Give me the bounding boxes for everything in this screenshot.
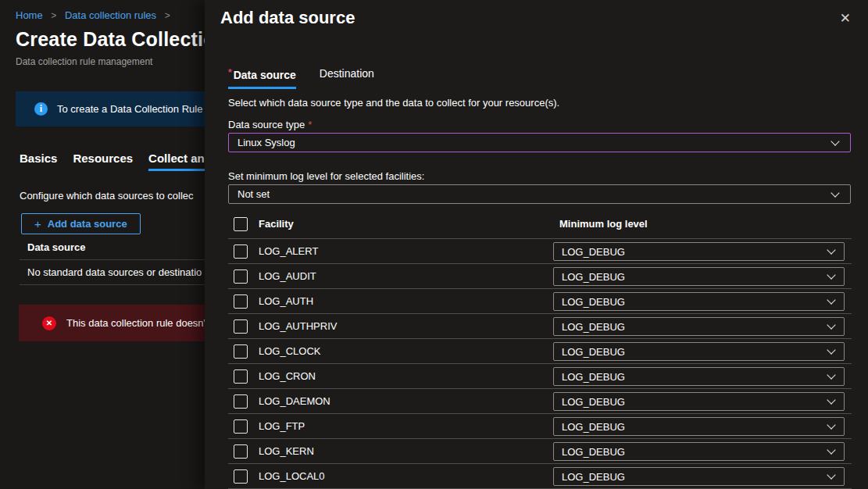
chevron-down-icon bbox=[827, 445, 835, 454]
required-asterisk: * bbox=[308, 119, 312, 130]
data-source-type-label: Data source type* bbox=[228, 119, 312, 130]
facility-level-select[interactable]: LOG_DEBUG bbox=[553, 342, 845, 361]
facility-level-value: LOG_DEBUG bbox=[562, 371, 625, 383]
chevron-down-icon bbox=[830, 188, 839, 197]
facility-level-value: LOG_DEBUG bbox=[562, 396, 625, 408]
facility-row: LOG_CLOCK LOG_DEBUG bbox=[228, 339, 852, 364]
add-data-source-button-label: Add data source bbox=[48, 218, 127, 230]
info-icon: i bbox=[34, 102, 48, 116]
facility-checkbox[interactable] bbox=[234, 394, 248, 409]
chevron-down-icon bbox=[827, 395, 835, 404]
facility-row: LOG_DAEMON LOG_DEBUG bbox=[228, 389, 852, 414]
chevron-down-icon bbox=[827, 345, 835, 354]
chevron-down-icon bbox=[827, 245, 835, 254]
configure-instruction: Configure which data sources to collec bbox=[20, 190, 194, 202]
facility-checkbox[interactable] bbox=[234, 344, 248, 359]
plus-icon: + bbox=[34, 217, 41, 230]
facility-level-value: LOG_DEBUG bbox=[562, 471, 625, 483]
facility-label: LOG_CLOCK bbox=[259, 345, 320, 357]
breadcrumb-separator-icon: > bbox=[51, 10, 56, 21]
breadcrumb-rules-link[interactable]: Data collection rules bbox=[65, 9, 156, 21]
facility-label: LOG_DAEMON bbox=[259, 395, 330, 407]
facility-level-value: LOG_DEBUG bbox=[562, 271, 625, 283]
facility-level-value: LOG_DEBUG bbox=[562, 346, 625, 358]
add-data-source-panel: Add data source ✕ *Data source Destinati… bbox=[205, 0, 868, 489]
column-header-min-log-level: Minimum log level bbox=[559, 218, 648, 230]
facility-row: LOG_FTP LOG_DEBUG bbox=[228, 414, 852, 439]
min-log-level-label: Set minimum log level for selected facil… bbox=[228, 170, 424, 182]
facility-level-select[interactable]: LOG_DEBUG bbox=[553, 417, 845, 436]
data-source-type-value: Linux Syslog bbox=[238, 137, 295, 148]
close-icon[interactable]: ✕ bbox=[840, 12, 851, 25]
facility-level-select[interactable]: LOG_DEBUG bbox=[553, 442, 845, 461]
chevron-down-icon bbox=[827, 295, 835, 304]
facility-checkbox[interactable] bbox=[234, 369, 248, 384]
facility-checkbox[interactable] bbox=[234, 444, 248, 459]
facility-level-value: LOG_DEBUG bbox=[562, 421, 625, 433]
facility-row: LOG_ALERT LOG_DEBUG bbox=[228, 239, 852, 264]
facility-level-select[interactable]: LOG_DEBUG bbox=[553, 367, 845, 386]
data-source-type-select[interactable]: Linux Syslog bbox=[228, 133, 851, 152]
min-log-level-value: Not set bbox=[238, 188, 270, 200]
facility-checkbox[interactable] bbox=[234, 244, 248, 259]
page-subtitle: Data collection rule management bbox=[16, 56, 152, 67]
tab-data-source[interactable]: *Data source bbox=[228, 67, 296, 89]
facility-label: LOG_KERN bbox=[259, 445, 314, 457]
facility-level-value: LOG_DEBUG bbox=[562, 321, 625, 333]
facility-level-select[interactable]: LOG_DEBUG bbox=[553, 467, 845, 486]
tab-destination[interactable]: Destination bbox=[320, 67, 374, 89]
tab-basics[interactable]: Basics bbox=[20, 152, 57, 171]
facility-level-select[interactable]: LOG_DEBUG bbox=[553, 242, 845, 261]
facility-label: LOG_ALERT bbox=[259, 245, 318, 257]
panel-title: Add data source bbox=[220, 8, 355, 28]
chevron-down-icon bbox=[830, 137, 839, 145]
facility-checkbox[interactable] bbox=[234, 294, 248, 309]
facility-row: LOG_LOCAL0 LOG_DEBUG bbox=[228, 464, 852, 489]
facility-level-select[interactable]: LOG_DEBUG bbox=[553, 392, 845, 411]
select-all-checkbox[interactable] bbox=[234, 217, 248, 231]
facility-row: LOG_CRON LOG_DEBUG bbox=[228, 364, 852, 389]
empty-list-message: No standard data sources or destinatio bbox=[27, 266, 202, 278]
facility-label: LOG_LOCAL0 bbox=[259, 470, 325, 482]
breadcrumb-separator-icon: > bbox=[165, 10, 170, 21]
panel-description: Select which data source type and the da… bbox=[228, 97, 559, 109]
facility-level-value: LOG_DEBUG bbox=[562, 246, 625, 258]
chevron-down-icon bbox=[827, 420, 835, 429]
chevron-down-icon bbox=[827, 320, 835, 329]
chevron-down-icon bbox=[827, 470, 835, 479]
facility-label: LOG_FTP bbox=[259, 420, 305, 432]
facility-label: LOG_AUDIT bbox=[259, 270, 316, 282]
facility-level-value: LOG_DEBUG bbox=[562, 296, 625, 308]
panel-tabs: *Data source Destination bbox=[228, 67, 374, 89]
facility-row: LOG_AUTHPRIV LOG_DEBUG bbox=[228, 314, 852, 339]
tab-resources[interactable]: Resources bbox=[73, 152, 133, 171]
chevron-down-icon bbox=[827, 270, 835, 279]
data-source-type-label-text: Data source type bbox=[228, 119, 305, 130]
facility-label: LOG_CRON bbox=[259, 370, 316, 382]
facility-label: LOG_AUTHPRIV bbox=[259, 320, 337, 332]
facility-row: LOG_AUTH LOG_DEBUG bbox=[228, 289, 852, 314]
facility-row: LOG_KERN LOG_DEBUG bbox=[228, 439, 852, 464]
breadcrumb-home-link[interactable]: Home bbox=[16, 9, 43, 21]
facility-row: LOG_AUDIT LOG_DEBUG bbox=[228, 264, 852, 289]
facility-rows: LOG_ALERT LOG_DEBUG LOG_AUDIT LOG_DEBUG … bbox=[228, 239, 852, 489]
facility-level-value: LOG_DEBUG bbox=[562, 446, 625, 458]
facility-checkbox[interactable] bbox=[234, 419, 248, 434]
tab-data-source-label: Data source bbox=[234, 69, 296, 81]
facility-level-select[interactable]: LOG_DEBUG bbox=[553, 267, 845, 286]
facility-level-select[interactable]: LOG_DEBUG bbox=[553, 292, 845, 311]
min-log-level-select[interactable]: Not set bbox=[228, 184, 851, 204]
chevron-down-icon bbox=[827, 370, 835, 379]
facility-level-select[interactable]: LOG_DEBUG bbox=[553, 317, 845, 336]
breadcrumb: Home > Data collection rules > bbox=[16, 9, 176, 21]
facility-checkbox[interactable] bbox=[234, 269, 248, 284]
facility-table-header: Facility Minimum log level bbox=[228, 209, 852, 239]
facility-checkbox[interactable] bbox=[234, 469, 248, 484]
required-asterisk: * bbox=[228, 67, 232, 78]
error-icon: ✕ bbox=[42, 316, 56, 330]
facility-label: LOG_AUTH bbox=[259, 295, 313, 307]
add-data-source-button[interactable]: + Add data source bbox=[21, 213, 141, 234]
facility-checkbox[interactable] bbox=[234, 319, 248, 334]
column-header-facility: Facility bbox=[259, 218, 294, 230]
facility-table: Facility Minimum log level LOG_ALERT LOG… bbox=[228, 209, 852, 489]
